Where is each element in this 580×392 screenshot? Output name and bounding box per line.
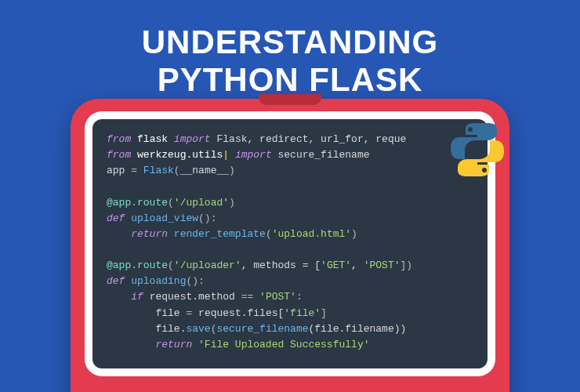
code-expr: file.: [155, 323, 186, 335]
code-op: ==: [241, 291, 254, 303]
code-string: 'POST': [364, 260, 401, 271]
code-var: app: [107, 165, 125, 176]
code-string: 'file': [284, 307, 321, 319]
code-fn: Flask: [143, 165, 174, 176]
code-string: 'upload.html': [272, 228, 351, 240]
code-fn: save: [186, 323, 210, 335]
code-fn-name: upload_view: [131, 212, 198, 224]
device-notch: [259, 94, 321, 105]
code-expr: request.method: [150, 291, 235, 303]
code-string: '/uploader': [174, 260, 241, 271]
code-expr: request.files[: [198, 307, 284, 319]
code-op: =: [131, 165, 137, 176]
code-arg: __name__: [180, 165, 229, 176]
page-title: UNDERSTANDING PYTHON FLASK: [0, 0, 580, 100]
code-keyword: import: [174, 133, 211, 145]
code-imports: Flask, redirect, url_for, reque: [216, 133, 406, 145]
code-keyword: import: [235, 149, 272, 161]
device-frame: from flask import Flask, redirect, url_f…: [71, 99, 509, 392]
code-var: file: [155, 307, 179, 319]
code-module: flask: [137, 133, 168, 145]
code-decorator: @app.route: [107, 260, 168, 271]
code-keyword: from: [107, 133, 131, 145]
code-editor: from flask import Flask, redirect, url_f…: [92, 119, 488, 368]
code-string: 'POST': [259, 291, 296, 303]
code-imports: secure_filename: [278, 149, 370, 161]
code-module: werkzeug.utils: [137, 149, 223, 161]
code-keyword: if: [131, 291, 143, 303]
code-keyword: from: [107, 149, 131, 161]
code-string: '/upload': [174, 197, 229, 209]
code-string: 'GET': [321, 260, 351, 271]
code-keyword: return: [131, 228, 168, 240]
text-cursor: |: [223, 149, 229, 161]
code-fn: secure_filename: [216, 323, 308, 335]
code-op: =: [186, 307, 192, 319]
code-fn: render_template: [174, 228, 266, 240]
device-screen: from flask import Flask, redirect, url_f…: [85, 111, 495, 376]
python-logo-icon: [449, 122, 506, 178]
title-line-1: UNDERSTANDING: [0, 24, 580, 61]
code-keyword: return: [155, 339, 192, 350]
code-fn-name: uploading: [131, 275, 186, 287]
code-string: 'File Uploaded Successfully': [198, 339, 369, 350]
code-decorator: @app.route: [107, 197, 168, 209]
code-keyword: def: [107, 212, 125, 224]
code-keyword: def: [107, 275, 125, 287]
